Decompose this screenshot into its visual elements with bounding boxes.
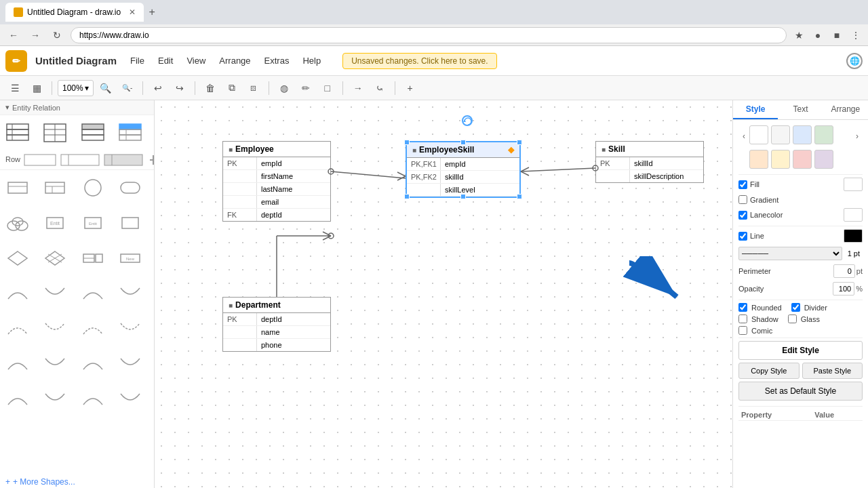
- insert-btn[interactable]: +: [401, 79, 420, 98]
- shadow-checkbox[interactable]: [738, 314, 747, 323]
- handle-bl[interactable]: [404, 194, 410, 199]
- curve12[interactable]: [115, 349, 145, 379]
- waypoint-btn[interactable]: ⤿: [370, 79, 389, 98]
- swatch-purple[interactable]: [814, 150, 833, 169]
- tab-close-btn[interactable]: ✕: [129, 7, 136, 17]
- shape-small-2[interactable]: [40, 173, 70, 203]
- glass-checkbox[interactable]: [788, 314, 797, 323]
- menu-extras[interactable]: Extras: [259, 53, 295, 68]
- color-prev-btn[interactable]: ‹: [738, 127, 749, 146]
- row-shape-4[interactable]: [146, 153, 155, 167]
- connection-btn[interactable]: →: [349, 79, 368, 98]
- curve9[interactable]: [3, 349, 33, 379]
- swatch-orange[interactable]: [749, 150, 768, 169]
- curve8[interactable]: [115, 314, 145, 344]
- curve7[interactable]: [78, 314, 108, 344]
- rotate-handle[interactable]: [462, 115, 473, 126]
- handle-tl[interactable]: [404, 140, 410, 145]
- shape-cloud[interactable]: [3, 208, 33, 238]
- shape-btn[interactable]: □: [318, 79, 337, 98]
- handle-tm[interactable]: [460, 140, 466, 145]
- tab-style[interactable]: Style: [733, 100, 778, 119]
- tab-arrange[interactable]: Arrange: [823, 100, 868, 119]
- shape-entity2[interactable]: Entit: [78, 208, 108, 238]
- row-shape-3[interactable]: [103, 153, 144, 167]
- fill-color-box[interactable]: [844, 178, 863, 191]
- menu-arrange[interactable]: Arrange: [214, 53, 256, 68]
- paste-style-button[interactable]: Paste Style: [802, 363, 863, 379]
- shape-small-3[interactable]: [78, 173, 108, 203]
- swatch-yellow[interactable]: [771, 150, 790, 169]
- sidebar-toggle-btn[interactable]: ☰: [5, 79, 24, 98]
- fill-checkbox[interactable]: [738, 180, 747, 189]
- handle-br[interactable]: [517, 194, 522, 199]
- row-shape-2[interactable]: [60, 153, 100, 167]
- edit-style-button[interactable]: Edit Style: [738, 341, 863, 360]
- zoom-control[interactable]: 100% ▾: [58, 80, 94, 96]
- swatch-blue-light[interactable]: [793, 125, 812, 144]
- color-next-btn[interactable]: ›: [852, 127, 863, 146]
- to-front-btn[interactable]: ⧉: [222, 79, 241, 98]
- active-tab[interactable]: Untitled Diagram - draw.io ✕: [5, 3, 144, 22]
- zoom-out-btn[interactable]: 🔍-: [118, 79, 137, 98]
- line-color-btn[interactable]: ✏: [296, 79, 315, 98]
- opacity-input[interactable]: [833, 282, 854, 296]
- fill-color-btn[interactable]: ◍: [275, 79, 294, 98]
- shape-diamond1[interactable]: [3, 243, 33, 273]
- shape-small-1[interactable]: [3, 173, 33, 203]
- swatch-pink[interactable]: [793, 150, 812, 169]
- line-color-box[interactable]: [844, 229, 863, 243]
- shape-er3[interactable]: [78, 243, 108, 273]
- employeeskill-table[interactable]: ■ EmployeeSkill ◆ PK,FK1 empId PK,FK2 sk…: [406, 141, 521, 198]
- shape-entity3[interactable]: [115, 208, 145, 238]
- refresh-button[interactable]: ↻: [49, 27, 65, 43]
- rounded-checkbox[interactable]: [738, 303, 747, 312]
- shape-rect[interactable]: Entit: [40, 208, 70, 238]
- curve14[interactable]: [40, 384, 70, 414]
- set-default-style-button[interactable]: Set as Default Style: [738, 382, 863, 401]
- menu-edit[interactable]: Edit: [153, 53, 178, 68]
- shape-item-table2[interactable]: [40, 118, 70, 148]
- employee-table[interactable]: ■ Employee PK empId firstName lastName e…: [222, 141, 331, 222]
- canvas-area[interactable]: ■ Employee PK empId firstName lastName e…: [155, 100, 732, 488]
- section-collapse-icon[interactable]: ▾: [5, 103, 9, 112]
- menu-file[interactable]: File: [125, 53, 150, 68]
- menu-help[interactable]: Help: [297, 53, 326, 68]
- shape-item-table3[interactable]: [78, 118, 108, 148]
- redo-btn[interactable]: ↪: [170, 79, 189, 98]
- shape-item-table4[interactable]: [115, 118, 145, 148]
- to-back-btn[interactable]: ⧇: [244, 79, 263, 98]
- gradient-checkbox[interactable]: [738, 195, 747, 204]
- curve15[interactable]: [78, 384, 108, 414]
- view-options-btn[interactable]: ▦: [27, 79, 46, 98]
- menu-dots-icon[interactable]: ⋮: [849, 28, 863, 42]
- curve16[interactable]: [115, 384, 145, 414]
- tab-text[interactable]: Text: [778, 100, 823, 119]
- department-table[interactable]: ■ Department PK deptId name phone: [222, 297, 331, 352]
- line-checkbox[interactable]: [738, 232, 747, 241]
- swatch-white[interactable]: [749, 125, 768, 144]
- bookmark-icon[interactable]: ★: [792, 28, 806, 42]
- shape-diamond2[interactable]: [40, 243, 70, 273]
- divider-checkbox[interactable]: [791, 303, 800, 312]
- line-style-select[interactable]: ───── - - - - ·····: [738, 247, 842, 260]
- curve13[interactable]: [3, 384, 33, 414]
- lanecolor-box[interactable]: [844, 208, 863, 222]
- url-bar[interactable]: https://www.draw.io: [71, 27, 787, 43]
- handle-bm[interactable]: [460, 194, 466, 199]
- curve4[interactable]: [115, 279, 145, 308]
- shape-item-table1[interactable]: [3, 118, 33, 148]
- curve10[interactable]: [40, 349, 70, 379]
- comic-checkbox[interactable]: [738, 326, 747, 335]
- copy-style-button[interactable]: Copy Style: [738, 363, 800, 379]
- lanecolor-checkbox[interactable]: [738, 211, 747, 220]
- extension-icon[interactable]: ■: [830, 28, 844, 42]
- undo-btn[interactable]: ↩: [149, 79, 167, 98]
- curve11[interactable]: [78, 349, 108, 379]
- shape-small-4[interactable]: [115, 173, 145, 203]
- forward-button[interactable]: →: [27, 27, 43, 43]
- shape-er4[interactable]: New: [115, 243, 145, 273]
- profile-icon[interactable]: ●: [811, 28, 825, 42]
- skill-table[interactable]: ■ Skill PK skillId skillDescription: [595, 141, 704, 183]
- curve5[interactable]: [3, 314, 33, 344]
